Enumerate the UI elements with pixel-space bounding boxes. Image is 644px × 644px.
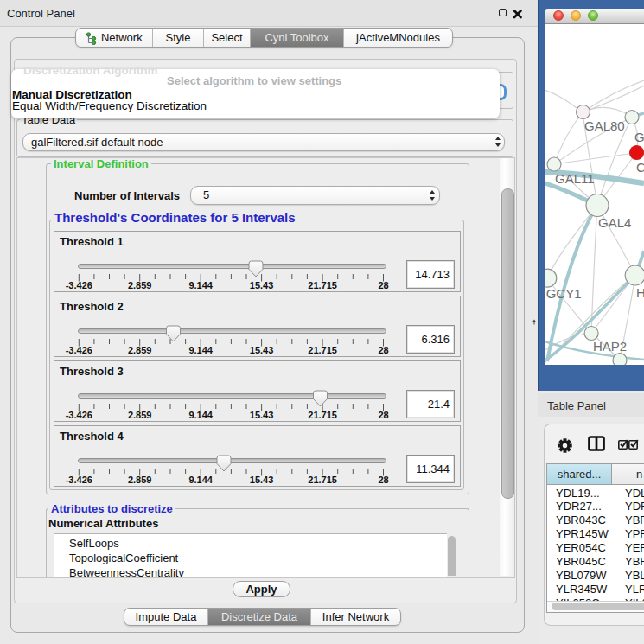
svg-text:15.43: 15.43 xyxy=(250,475,274,485)
svg-text:2.859: 2.859 xyxy=(128,410,152,420)
svg-text:15.43: 15.43 xyxy=(250,410,274,420)
svg-text:28: 28 xyxy=(378,410,388,420)
svg-text:28: 28 xyxy=(378,475,388,485)
svg-text:9.144: 9.144 xyxy=(188,475,213,485)
svg-text:9.144: 9.144 xyxy=(188,345,213,355)
svg-text:GAL4: GAL4 xyxy=(598,215,631,230)
svg-text:21.715: 21.715 xyxy=(308,475,337,485)
svg-text:2.859: 2.859 xyxy=(128,475,152,485)
svg-text:-3.426: -3.426 xyxy=(66,280,92,290)
svg-text:28: 28 xyxy=(378,280,388,290)
svg-text:15.43: 15.43 xyxy=(250,280,274,290)
svg-text:21.715: 21.715 xyxy=(308,345,337,355)
svg-text:15.43: 15.43 xyxy=(250,345,274,355)
svg-text:21.715: 21.715 xyxy=(308,280,337,290)
svg-text:-3.426: -3.426 xyxy=(66,475,92,485)
svg-text:2.859: 2.859 xyxy=(128,345,152,355)
svg-text:GAL11: GAL11 xyxy=(555,171,595,186)
svg-text:H: H xyxy=(636,285,644,300)
svg-text:HAP2: HAP2 xyxy=(593,339,627,354)
svg-text:-3.426: -3.426 xyxy=(66,345,92,355)
svg-text:9.144: 9.144 xyxy=(188,280,213,290)
svg-text:GCY1: GCY1 xyxy=(546,286,582,301)
svg-text:9.144: 9.144 xyxy=(188,410,213,420)
svg-text:28: 28 xyxy=(378,345,388,355)
svg-text:C: C xyxy=(636,160,644,175)
svg-text:2.859: 2.859 xyxy=(128,280,152,290)
svg-text:-3.426: -3.426 xyxy=(66,410,92,420)
svg-text:G.: G. xyxy=(634,130,644,144)
svg-text:21.715: 21.715 xyxy=(308,410,337,420)
svg-text:GAL80: GAL80 xyxy=(584,118,625,133)
